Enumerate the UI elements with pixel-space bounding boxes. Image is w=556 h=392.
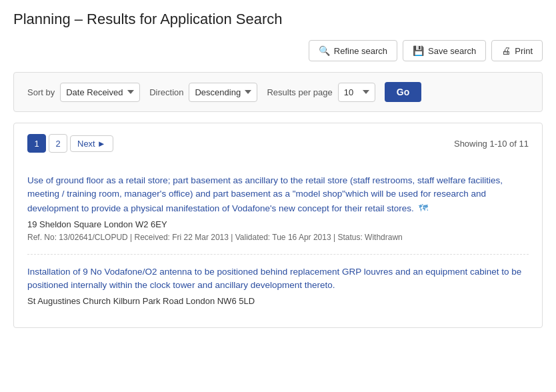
- per-page-label: Results per page: [267, 87, 332, 97]
- sort-group: Sort by Date Received Reference Address …: [27, 83, 140, 102]
- results-container: 1 2 Next ► Showing 1-10 of 11 Use of gro…: [13, 123, 543, 328]
- per-page-select[interactable]: 10 25 50 100: [338, 83, 375, 102]
- pagination: 1 2 Next ►: [27, 134, 113, 153]
- per-page-group: Results per page 10 25 50 100: [267, 83, 375, 102]
- search-controls-bar: Sort by Date Received Reference Address …: [13, 72, 543, 112]
- next-page-button[interactable]: Next ►: [70, 135, 113, 152]
- sort-select[interactable]: Date Received Reference Address Status: [60, 83, 140, 102]
- print-icon: 🖨: [501, 45, 511, 56]
- direction-label: Direction: [149, 87, 183, 97]
- refine-search-button[interactable]: 🔍 Refine search: [309, 40, 397, 61]
- save-search-button[interactable]: 💾 Save search: [403, 40, 486, 61]
- save-icon: 💾: [413, 45, 424, 56]
- chevron-right-icon: ►: [97, 139, 106, 149]
- direction-select[interactable]: Descending Ascending: [189, 83, 257, 102]
- print-button[interactable]: 🖨 Print: [491, 40, 543, 61]
- page-1-button[interactable]: 1: [27, 134, 46, 153]
- result-address: St Augustines Church Kilburn Park Road L…: [27, 296, 529, 306]
- result-meta: Ref. No: 13/02641/CLOPUD | Received: Fri…: [27, 231, 529, 243]
- result-address: 19 Sheldon Square London W2 6EY: [27, 219, 529, 229]
- table-row: Use of ground floor as a retail store; p…: [27, 163, 529, 255]
- table-row: Installation of 9 No Vodafone/O2 antenna…: [27, 255, 529, 317]
- page-2-button[interactable]: 2: [49, 134, 67, 153]
- results-list: Use of ground floor as a retail store; p…: [27, 163, 529, 317]
- sort-label: Sort by: [27, 87, 55, 97]
- map-icon[interactable]: 🗺: [419, 201, 428, 215]
- result-title-link[interactable]: Installation of 9 No Vodafone/O2 antenna…: [27, 267, 521, 290]
- toolbar: 🔍 Refine search 💾 Save search 🖨 Print: [13, 40, 543, 61]
- go-button[interactable]: Go: [385, 82, 421, 102]
- results-header: 1 2 Next ► Showing 1-10 of 11: [27, 134, 529, 153]
- search-icon: 🔍: [319, 45, 330, 56]
- showing-text: Showing 1-10 of 11: [454, 139, 529, 149]
- page-title: Planning – Results for Application Searc…: [13, 11, 543, 28]
- page-wrapper: Planning – Results for Application Searc…: [0, 0, 556, 339]
- direction-group: Direction Descending Ascending: [149, 83, 257, 102]
- result-title-link[interactable]: Use of ground floor as a retail store; p…: [27, 175, 503, 213]
